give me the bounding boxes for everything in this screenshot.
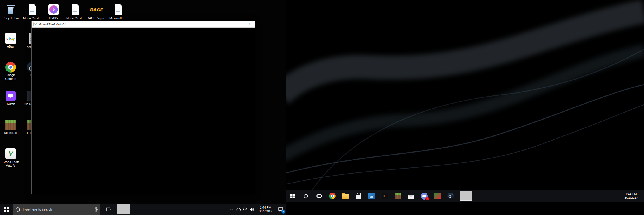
store-bag-icon <box>356 195 361 199</box>
mail-icon <box>408 195 414 199</box>
desktop-icon-recycle-bin[interactable]: Recycle Bin <box>0 3 21 20</box>
recycle-bin-icon <box>4 3 17 16</box>
desktop-icon-label: Microsoft E... <box>108 17 129 20</box>
pinned-minecraft[interactable] <box>391 190 404 202</box>
desktop-icon-minecraft[interactable]: Minecraft <box>0 119 21 135</box>
pinned-file-explorer[interactable] <box>339 190 352 202</box>
desktop-icon-itunes[interactable]: iTunes <box>43 3 64 20</box>
itunes-icon <box>48 4 59 15</box>
clock-time: 1:44 PM <box>621 192 641 196</box>
ebay-letter: b <box>8 36 11 41</box>
taskbar-clock[interactable]: 1:44 PM 8/11/2017 <box>621 192 642 200</box>
action-center-icon[interactable]: 3 <box>276 204 285 215</box>
pinned-game-app[interactable] <box>431 190 444 202</box>
minecraft-icon <box>395 193 401 199</box>
cortana-icon <box>304 194 308 198</box>
cortana-button[interactable] <box>299 190 312 202</box>
desktop-icon-label: Twitch <box>0 102 21 106</box>
desktop-icon-rageplugin[interactable]: RAGE RAGEPlugin... <box>86 3 107 20</box>
volume-icon[interactable] <box>248 204 255 215</box>
search-input[interactable] <box>22 207 94 211</box>
game-app-icon <box>434 193 441 199</box>
start-button[interactable] <box>286 190 299 202</box>
document-icon <box>26 3 38 16</box>
network-icon[interactable] <box>242 204 248 215</box>
microphone-icon[interactable] <box>94 207 98 212</box>
window-titlebar[interactable]: V Grand Theft Auto V – □ × <box>32 21 255 28</box>
windows-logo-icon <box>290 194 295 198</box>
clock-date: 8/11/2017 <box>255 209 276 213</box>
clock-date: 8/11/2017 <box>621 196 641 200</box>
document-icon <box>112 3 124 16</box>
desktop-icon-label: Grand Theft Auto V <box>0 160 21 167</box>
league-of-legends-icon: L <box>382 193 388 199</box>
ebay-letter: a <box>11 36 13 41</box>
task-view-button[interactable] <box>102 204 115 215</box>
desktop-icon-twitch[interactable]: Twitch <box>0 90 21 106</box>
window-title: Grand Theft Auto V <box>39 23 217 26</box>
desktop-icon-mono-cecil-2[interactable]: Mono.Cecil... <box>65 3 86 20</box>
chrome-icon <box>329 193 336 199</box>
action-center-badge: 3 <box>281 210 285 214</box>
desktop-icon-ebay[interactable]: ebay eBay <box>0 32 21 48</box>
pinned-chrome[interactable] <box>326 190 339 202</box>
wallpaper-curves <box>286 0 644 202</box>
desktop-icon-mono-cecil-1[interactable]: Mono.Cecil... <box>22 3 43 20</box>
close-button[interactable]: × <box>242 21 255 28</box>
gta-v-letter: V <box>34 22 36 26</box>
twitch-icon <box>6 91 16 101</box>
desktop-wallpaper <box>286 0 644 202</box>
ebay-letter: e <box>6 36 8 41</box>
desktop-icon-label: Google Chrome <box>0 73 21 81</box>
pinned-microsoft-store[interactable] <box>352 190 365 202</box>
minecraft-icon <box>5 120 16 130</box>
taskbar-app-gta-v[interactable] <box>117 204 130 214</box>
taskbar-primary: 1:44 PM 8/11/2017 3 <box>0 204 286 215</box>
task-view-button[interactable] <box>312 190 326 202</box>
desktop-icon-label: eBay <box>0 45 21 48</box>
desktop-icon-label: RAGEPlugin... <box>86 17 107 20</box>
game-render-area[interactable] <box>32 28 255 194</box>
taskbar-search[interactable] <box>13 204 100 215</box>
steam-icon <box>447 193 454 199</box>
dual-monitor-desktop: Recycle Bin Mono.Cecil... iTunes Mono.Ce… <box>0 0 644 215</box>
taskbar-clock[interactable]: 1:44 PM 8/11/2017 <box>255 206 276 213</box>
pinned-steam[interactable] <box>444 190 457 202</box>
minimize-button[interactable]: – <box>217 21 230 28</box>
league-letter: L <box>383 194 386 198</box>
desktop-icon-gta-v[interactable]: V Grand Theft Auto V <box>0 148 21 167</box>
desktop-icon-microsoft-e[interactable]: Microsoft E... <box>108 3 129 20</box>
gta-v-letter: V <box>8 149 13 158</box>
file-explorer-icon <box>342 194 349 199</box>
desktop-icon-label: iTunes <box>43 16 64 20</box>
monitor-secondary: L 1 1:44 PM 8/11/2017 <box>286 0 644 202</box>
document-icon <box>69 3 81 16</box>
rage-logo-text: RAGE <box>90 7 103 12</box>
monitor-primary: Recycle Bin Mono.Cecil... iTunes Mono.Ce… <box>0 0 286 215</box>
task-view-icon <box>316 194 322 198</box>
ebay-icon: ebay <box>5 33 16 44</box>
rage-logo-icon: RAGE <box>91 3 103 16</box>
chrome-icon <box>5 62 16 73</box>
desktop-icon-label: Recycle Bin <box>0 17 21 20</box>
tray-chevron-up-icon[interactable] <box>228 204 235 215</box>
desktop-icon-label: Minecraft <box>0 131 21 135</box>
onedrive-cloud-icon[interactable] <box>235 204 242 215</box>
pinned-discord[interactable]: 1 <box>418 190 431 202</box>
windows-logo-icon <box>4 207 9 212</box>
cortana-icon <box>16 207 20 212</box>
clock-time: 1:44 PM <box>255 206 276 209</box>
desktop-icon-google-chrome[interactable]: Google Chrome <box>0 61 21 81</box>
gta-v-icon: V <box>5 148 16 159</box>
task-view-icon <box>106 207 111 212</box>
taskbar-app-active-window[interactable] <box>460 191 472 201</box>
pinned-league-of-legends[interactable]: L <box>378 190 391 202</box>
pinned-photos-app[interactable] <box>365 190 378 202</box>
start-button[interactable] <box>0 204 13 215</box>
desktop-icon-label: Mono.Cecil... <box>65 17 86 20</box>
pinned-mail[interactable] <box>404 190 418 202</box>
maximize-button[interactable]: □ <box>230 21 242 28</box>
photos-icon <box>368 193 375 199</box>
taskbar-secondary: L 1 1:44 PM 8/11/2017 <box>286 190 644 202</box>
gta-v-window: V Grand Theft Auto V – □ × <box>31 21 255 194</box>
